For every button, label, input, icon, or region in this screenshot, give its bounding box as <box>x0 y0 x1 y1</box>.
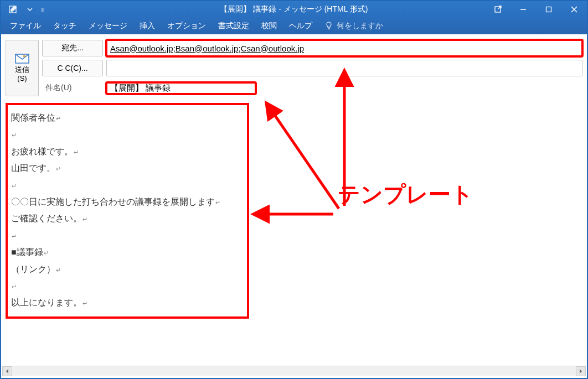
subject-field[interactable]: 【展開】 議事録 <box>106 82 256 94</box>
scroll-right-button[interactable] <box>576 366 586 376</box>
body-line: 以上になります。 <box>11 294 244 311</box>
message-body[interactable]: 関係者各位お疲れ様です。山田です。〇〇日に実施した打ち合わせの議事録を展開します… <box>6 103 249 319</box>
to-field[interactable]: Asan@outlook.jp; Bsan@outlook.jp; Csan@o… <box>106 40 582 56</box>
body-line: 〇〇日に実施した打ち合わせの議事録を展開します <box>11 194 244 210</box>
tab-message[interactable]: メッセージ <box>83 19 133 33</box>
window-controls <box>485 1 587 18</box>
qat-separator-icon <box>40 3 48 15</box>
annotation-label: テンプレート <box>338 179 473 210</box>
tab-touch[interactable]: タッチ <box>48 19 82 33</box>
recipient[interactable]: Csan@outlook.jp <box>241 44 304 53</box>
body-area: 関係者各位お疲れ様です。山田です。〇〇日に実施した打ち合わせの議事録を展開します… <box>6 103 582 319</box>
body-line: ■議事録 <box>11 244 244 261</box>
body-line <box>11 126 244 143</box>
tell-me-label: 何をしますか <box>337 21 383 31</box>
ribbon-display-options-button[interactable] <box>485 1 510 18</box>
ribbon-tabs: ファイル タッチ メッセージ 挿入 オプション 書式設定 校閲 ヘルプ 何をしま… <box>1 18 587 34</box>
body-line <box>11 278 244 294</box>
send-button[interactable]: 送信 (S) <box>6 40 39 96</box>
send-label-1: 送信 <box>15 65 29 74</box>
close-button[interactable] <box>561 1 587 18</box>
body-line <box>11 177 244 194</box>
horizontal-scrollbar[interactable] <box>2 366 586 376</box>
body-line: お疲れ様です。 <box>11 143 244 160</box>
body-line: 関係者各位 <box>11 110 244 126</box>
quick-access-toolbar <box>1 1 48 18</box>
tab-format[interactable]: 書式設定 <box>213 19 255 33</box>
tab-insert[interactable]: 挿入 <box>134 19 161 33</box>
compose-header: 送信 (S) 宛先... Asan@outlook.jp; Bsan@outlo… <box>1 34 587 319</box>
body-line <box>11 227 244 244</box>
scroll-track[interactable] <box>12 366 576 376</box>
send-label-2: (S) <box>17 74 27 83</box>
svg-rect-12 <box>23 55 25 57</box>
body-line: （リンク） <box>11 261 244 278</box>
qat-dropdown-icon[interactable] <box>23 3 37 15</box>
lightbulb-icon <box>324 22 333 30</box>
to-button[interactable]: 宛先... <box>42 40 103 56</box>
cc-button[interactable]: C C(C)... <box>42 60 103 76</box>
compose-icon[interactable] <box>7 3 20 15</box>
recipient[interactable]: Bsan@outlook.jp <box>176 44 239 53</box>
tab-help[interactable]: ヘルプ <box>283 19 318 33</box>
envelope-icon <box>15 54 29 64</box>
minimize-button[interactable] <box>510 1 536 18</box>
body-line: ご確認ください。 <box>11 210 244 227</box>
cc-field[interactable] <box>106 60 582 76</box>
recipient[interactable]: Asan@outlook.jp <box>110 44 173 53</box>
subject-label: 件名(U) <box>42 80 103 96</box>
tell-me-search[interactable]: 何をしますか <box>319 19 389 33</box>
tab-review[interactable]: 校閲 <box>256 19 282 33</box>
maximize-button[interactable] <box>536 1 561 18</box>
svg-rect-6 <box>546 7 551 12</box>
tab-options[interactable]: オプション <box>162 19 212 33</box>
body-line: 山田です。 <box>11 160 244 176</box>
tab-file[interactable]: ファイル <box>4 19 47 33</box>
title-bar: 【展開】 議事録 - メッセージ (HTML 形式) <box>1 1 587 18</box>
scroll-left-button[interactable] <box>2 366 12 376</box>
